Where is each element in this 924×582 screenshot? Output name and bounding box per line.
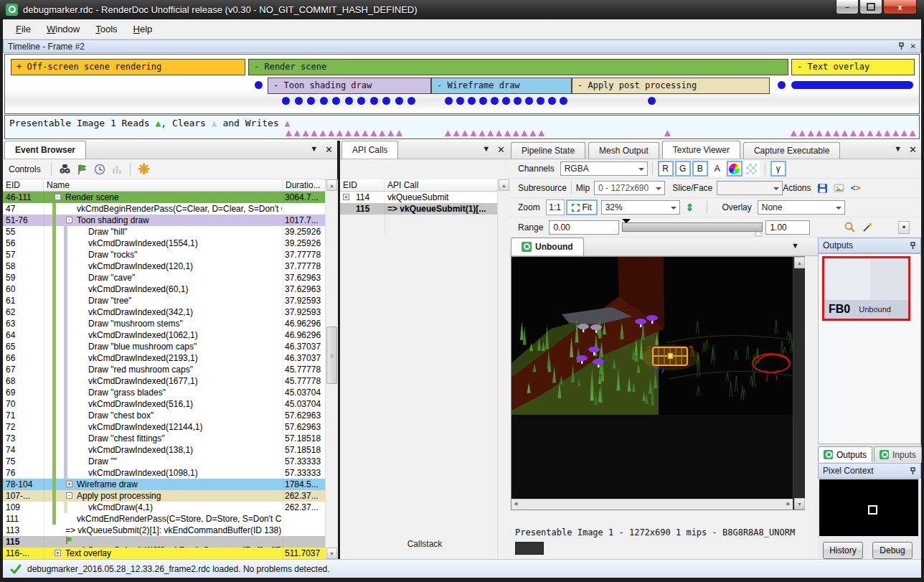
menu-window[interactable]: Window	[39, 21, 87, 37]
event-row-113[interactable]: 113=> vkQueueSubmit(2)[1]: vkEndCommandB…	[3, 525, 326, 536]
event-row-64[interactable]: 64vkCmdDrawIndexed(1062,1)46.96296	[3, 329, 326, 341]
draw-event-dot[interactable]	[407, 97, 415, 105]
event-row-61[interactable]: 61Draw "tree"37.92593	[3, 295, 326, 306]
zoom-1-1-button[interactable]: 1:1	[546, 200, 565, 215]
expander-icon[interactable]: -	[66, 492, 72, 499]
open-resource-icon[interactable]	[834, 183, 845, 193]
draw-event-dot[interactable]	[514, 97, 522, 105]
event-table-header[interactable]: EID Name Duratio...	[3, 179, 326, 192]
timeline-canvas[interactable]: + Off-screen scene rendering- Render sce…	[4, 54, 920, 114]
draw-event-dot[interactable]	[548, 97, 556, 105]
pixel-context-view[interactable]	[819, 479, 918, 536]
draw-event-dot[interactable]	[295, 97, 303, 105]
viewport-hscrollbar[interactable]: ◀ ▶	[512, 499, 793, 510]
tab-texture-viewer[interactable]: Texture Viewer	[662, 141, 740, 159]
callstack-section-label[interactable]: Callstack	[340, 539, 509, 549]
checkerboard-button[interactable]	[744, 161, 760, 177]
event-row-66[interactable]: 66vkCmdDrawIndexed(2193,1)46.37037	[3, 352, 326, 364]
tab-capture-executable[interactable]: Capture Executable	[743, 142, 840, 159]
event-row-58[interactable]: 58vkCmdDrawIndexed(120,1)37.77778	[3, 261, 326, 272]
expander-icon[interactable]: +	[66, 481, 72, 487]
event-row-51-76[interactable]: 51-76-Toon shading draw1017.7...	[3, 215, 326, 226]
event-row-72[interactable]: 72vkCmdDrawIndexed(12144,1)57.62963	[3, 421, 326, 433]
chevron-down-icon[interactable]: ▼	[310, 144, 318, 155]
event-row-59[interactable]: 59Draw "cave"37.62963	[3, 272, 326, 283]
timing-icon[interactable]	[94, 164, 105, 175]
range-slider[interactable]	[622, 222, 763, 232]
event-row-75[interactable]: 75Draw ""57.33333	[3, 456, 326, 467]
draw-event-dot[interactable]	[255, 81, 263, 89]
event-row-74[interactable]: 74vkCmdDrawIndexed(138,1)57.18518	[3, 444, 326, 456]
jump-to-event-icon[interactable]	[77, 164, 88, 175]
draw-event-dot[interactable]	[525, 97, 533, 105]
timeline-marker-text-overlay[interactable]: - Text overlay	[791, 59, 915, 75]
color-wheel-button[interactable]	[727, 161, 742, 177]
viewport-vscrollbar[interactable]: ▲ ▼	[793, 257, 805, 510]
draw-event-dot[interactable]	[282, 97, 290, 105]
channel-alpha-button[interactable]: A	[710, 161, 725, 177]
debug-button[interactable]: Debug	[872, 542, 913, 559]
texture-display[interactable]: ▲ ▼ ◀ ▶	[511, 256, 805, 510]
channel-green-button[interactable]: G	[675, 161, 691, 177]
event-row-71[interactable]: 71Draw "chest box"57.62963	[3, 410, 326, 421]
draw-event-dot[interactable]	[370, 97, 378, 105]
event-row-65[interactable]: 65Draw "blue mushroom caps"46.37037	[3, 341, 326, 352]
event-browser-scrollbar[interactable]: ▲ ▼	[325, 179, 338, 559]
fb0-thumbnail[interactable]: FB0 Unbound	[822, 256, 910, 321]
tab-mesh-output[interactable]: Mesh Output	[588, 142, 659, 159]
expander-icon[interactable]: +	[55, 550, 61, 556]
save-texture-icon[interactable]	[817, 183, 828, 194]
draw-event-dot[interactable]	[445, 97, 453, 105]
close-icon[interactable]: ✕	[325, 144, 333, 155]
close-icon[interactable]: ✕	[497, 144, 505, 155]
expander-icon[interactable]: -	[55, 194, 61, 200]
event-row-109[interactable]: 109vkCmdDraw(4,1)262.37...	[3, 502, 326, 513]
event-row-116-[interactable]: 116-...+Text overlay511.7037	[3, 548, 326, 559]
menu-help[interactable]: Help	[126, 21, 160, 37]
zoom-fit-button[interactable]: Fit	[566, 200, 598, 215]
channels-select[interactable]: RGBA	[560, 161, 648, 176]
draw-event-dot[interactable]	[332, 97, 340, 105]
tab-pipeline-state[interactable]: Pipeline State	[511, 142, 585, 159]
scroll-down-icon[interactable]: ▼	[326, 548, 337, 559]
event-row-46-111[interactable]: 46-111-Render scene3064.7...	[3, 192, 326, 203]
event-row-76[interactable]: 76vkCmdDrawIndexed(1098,1)57.33333	[3, 467, 326, 479]
mip-select[interactable]: 0 - 1272x690	[594, 181, 665, 195]
maximize-button[interactable]	[859, 0, 882, 14]
event-row-47[interactable]: 47vkCmdBeginRenderPass(C=Clear, D=Clear,…	[3, 203, 326, 215]
timeline-marker-wireframe-draw[interactable]: - Wireframe draw	[431, 78, 572, 94]
event-row-107-[interactable]: 107-...-Apply post processing262.37...	[3, 490, 326, 502]
api-row-114[interactable]: +114vkQueueSubmit	[340, 192, 498, 203]
range-white-point-handle[interactable]	[754, 227, 763, 235]
draw-event-dot[interactable]	[382, 97, 390, 105]
close-icon[interactable]: ✕	[910, 43, 916, 50]
channel-red-button[interactable]: R	[658, 161, 674, 177]
open-in-shader-icon[interactable]: <>	[851, 183, 861, 193]
tab-api-calls[interactable]: API Calls	[341, 141, 398, 159]
timeline-marker-apply-post-processing[interactable]: - Apply post processing	[572, 78, 770, 94]
overflow-button[interactable]: ▾	[898, 221, 910, 234]
chevron-down-icon[interactable]: ▼	[791, 241, 799, 250]
chevron-down-icon[interactable]: ▼	[894, 144, 902, 155]
event-row-111[interactable]: 111vkCmdEndRenderPass(C=Store, D=Store, …	[3, 513, 326, 525]
channel-blue-button[interactable]: B	[692, 161, 708, 177]
range-min-value[interactable]: 0.00	[549, 220, 619, 235]
scroll-up-icon[interactable]: ▲	[326, 179, 337, 191]
draw-event-dot[interactable]	[345, 97, 353, 105]
event-row-63[interactable]: 63Draw "mushroom stems"46.96296	[3, 318, 326, 329]
close-button[interactable]: x	[883, 0, 917, 14]
history-button[interactable]: History	[823, 542, 863, 559]
draw-event-dot[interactable]	[307, 97, 315, 105]
draw-event-dot[interactable]	[456, 97, 464, 105]
menu-tools[interactable]: Tools	[88, 21, 124, 37]
draw-event-dot[interactable]	[778, 81, 786, 89]
timeline-marker-off-screen-scene-rendering[interactable]: + Off-screen scene rendering	[11, 59, 245, 75]
event-row-70[interactable]: 70vkCmdDrawIndexed(516,1)45.03704	[3, 398, 326, 410]
draw-event-dot[interactable]	[560, 97, 567, 105]
api-calls-scrollbar[interactable]: ▲	[497, 179, 510, 559]
zoom-select[interactable]: 32%	[601, 200, 680, 215]
draw-event-dot[interactable]	[537, 97, 544, 105]
api-row-115[interactable]: 115=> vkQueueSubmit(1)[...	[340, 203, 498, 215]
draw-event-dot[interactable]	[502, 97, 510, 105]
expander-icon[interactable]: -	[66, 217, 72, 223]
